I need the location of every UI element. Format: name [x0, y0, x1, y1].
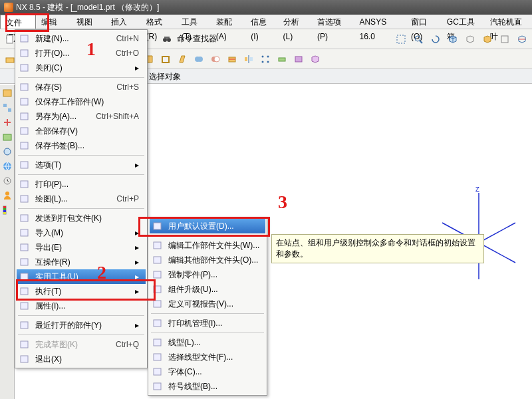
- svg-rect-74: [21, 356, 28, 362]
- menu-info[interactable]: 信息(I): [245, 15, 277, 29]
- tb-shaded-icon[interactable]: [480, 32, 495, 47]
- util-menu-item-8[interactable]: 打印机管理(I)...: [150, 316, 265, 331]
- file-menu-item-18[interactable]: 互操作(R)▸: [17, 255, 146, 269]
- menu-item-label: 退出(X): [35, 354, 62, 365]
- file-menu-item-19[interactable]: 实用工具(U)▸: [17, 269, 146, 284]
- svg-rect-64: [21, 196, 28, 202]
- util-menu-item-2[interactable]: 编辑工作部件文件头(W)...: [150, 238, 265, 253]
- sb-assembly-icon[interactable]: [2, 102, 13, 113]
- tb-wireframe-icon[interactable]: [463, 32, 477, 47]
- menu-item-label: 保存书签(B)...: [35, 140, 84, 152]
- menu-file[interactable]: 文件(F): [0, 15, 36, 29]
- menu-item-label: 编辑工作部件文件头(W)...: [168, 240, 259, 251]
- file-menu-item-0[interactable]: 新建(N)...Ctrl+N: [17, 31, 146, 46]
- menu-window[interactable]: 窗口(O): [406, 15, 442, 29]
- tb-ortho-icon[interactable]: [497, 32, 512, 47]
- file-menu-item-21[interactable]: 属性(I)...: [17, 299, 146, 313]
- menu-item-shortcut: Ctrl+Q: [100, 340, 139, 349]
- svg-rect-26: [245, 57, 247, 61]
- tb-pattern-icon[interactable]: [258, 52, 273, 66]
- menu-tooltip: 在站点、组和用户级别控制众多命令和对话框的初始设置和参数。: [271, 234, 484, 263]
- sb-history-icon[interactable]: [2, 176, 13, 186]
- tb-shell-icon[interactable]: [158, 52, 173, 66]
- tb-zoom-icon[interactable]: [411, 32, 426, 47]
- menu-analysis[interactable]: 分析(L): [278, 15, 312, 29]
- menu-item-label: 编辑其他部件文件头(O)...: [168, 255, 258, 266]
- menu-item-icon: [19, 339, 30, 350]
- tb-trim-icon[interactable]: [225, 52, 239, 66]
- util-menu-item-6[interactable]: 定义可视报告(V)...: [150, 297, 265, 311]
- sb-roles-icon[interactable]: [2, 190, 13, 201]
- menu-turbine[interactable]: 汽轮机直叶: [485, 15, 532, 29]
- tb-thicken-icon[interactable]: [275, 52, 289, 66]
- util-menu-item-10[interactable]: 线型(L)...: [150, 335, 265, 350]
- menu-item-label: 另存为(A)...: [35, 111, 76, 122]
- svg-rect-45: [3, 210, 6, 212]
- menu-item-label: 符号线型(B)...: [168, 381, 217, 392]
- tb-fit-icon[interactable]: [394, 32, 408, 47]
- tb-rotate-icon[interactable]: [428, 32, 443, 47]
- sb-part-navigator-icon[interactable]: [2, 88, 13, 98]
- file-menu-item-13[interactable]: 绘图(L)...Ctrl+P: [17, 192, 146, 206]
- file-menu-item-6[interactable]: 另存为(A)...Ctrl+Shift+A: [17, 109, 146, 124]
- file-menu-item-5[interactable]: 仅保存工作部件(W): [17, 94, 146, 109]
- svg-rect-37: [3, 134, 11, 140]
- tb-mirror-icon[interactable]: [241, 52, 256, 66]
- file-menu-item-8[interactable]: 保存书签(B)...: [17, 138, 146, 153]
- submenu-arrow-icon: ▸: [119, 321, 139, 330]
- tb-cube-icon[interactable]: [446, 32, 460, 47]
- svg-rect-46: [3, 212, 6, 214]
- menu-format[interactable]: 格式(R): [141, 15, 176, 29]
- util-menu-item-11[interactable]: 选择线型文件(F)...: [150, 350, 265, 364]
- file-menu-item-12[interactable]: 打印(P)...: [17, 177, 146, 192]
- svg-rect-72: [21, 322, 28, 329]
- file-menu-item-1[interactable]: 打开(O)...Ctrl+O: [17, 46, 146, 61]
- tb-more2-icon[interactable]: [308, 52, 323, 66]
- sb-constraint-icon[interactable]: [2, 117, 13, 128]
- resource-bar: [0, 85, 15, 399]
- file-menu-item-26[interactable]: 退出(X): [17, 352, 146, 366]
- util-menu-item-13[interactable]: 符号线型(B)...: [150, 379, 265, 394]
- tb-more1-icon[interactable]: [291, 52, 306, 66]
- file-menu-item-25: 完成草图(K)Ctrl+Q: [17, 337, 146, 352]
- sb-palette-icon[interactable]: [2, 205, 13, 215]
- file-menu-item-16[interactable]: 导入(M)▸: [17, 225, 146, 240]
- util-menu-item-5[interactable]: 组件升级(U)...: [150, 282, 265, 297]
- file-menu-item-23[interactable]: 最近打开的部件(Y)▸: [17, 318, 146, 332]
- menu-assembly[interactable]: 装配(A): [211, 15, 246, 29]
- file-menu-item-20[interactable]: 执行(T)▸: [17, 284, 146, 299]
- menu-prefs[interactable]: 首选项(P): [312, 15, 354, 29]
- menu-item-icon: [19, 82, 30, 92]
- menu-view[interactable]: 视图(V): [71, 15, 106, 29]
- sb-browser-icon[interactable]: [2, 161, 13, 172]
- tb-clip-icon[interactable]: [515, 32, 529, 47]
- menu-tools[interactable]: 工具(T): [176, 15, 211, 29]
- menu-ansys[interactable]: ANSYS 16.0: [354, 15, 406, 29]
- tb-binoculars-icon[interactable]: [160, 32, 174, 47]
- file-menu-item-15[interactable]: 发送到打包文件(K): [17, 211, 146, 225]
- menu-item-label: 导入(M): [35, 227, 63, 239]
- tb-subtract-icon[interactable]: [208, 52, 223, 66]
- command-finder-label[interactable]: 命令查找器: [177, 33, 217, 45]
- util-menu-item-4[interactable]: 强制零件(P)...: [150, 267, 265, 282]
- util-menu-item-3[interactable]: 编辑其他部件文件头(O)...: [150, 253, 265, 267]
- menu-item-icon: [152, 366, 163, 377]
- file-menu-item-10[interactable]: 选项(T)▸: [17, 158, 146, 172]
- util-menu-item-12[interactable]: 字体(C)...: [150, 364, 265, 379]
- file-menu-item-2[interactable]: 关闭(C)▸: [17, 61, 146, 75]
- menu-item-label: 完成草图(K): [35, 339, 78, 350]
- svg-point-31: [267, 61, 269, 63]
- tb-draft-icon[interactable]: [175, 52, 190, 66]
- tb-unite-icon[interactable]: [192, 52, 206, 66]
- util-menu-item-0[interactable]: 用户默认设置(D)...: [150, 219, 265, 233]
- menu-edit[interactable]: 编辑(E): [36, 15, 71, 29]
- svg-rect-71: [21, 303, 28, 309]
- sb-reuse-icon[interactable]: [2, 132, 13, 142]
- menu-insert[interactable]: 插入(S): [106, 15, 141, 29]
- menu-item-icon: [19, 179, 30, 190]
- file-menu-item-4[interactable]: 保存(S)Ctrl+S: [17, 80, 146, 94]
- file-menu-item-17[interactable]: 导出(E)▸: [17, 240, 146, 255]
- sb-hd3d-icon[interactable]: [2, 146, 13, 157]
- menu-gctoolbox[interactable]: GC工具箱: [442, 15, 485, 29]
- file-menu-item-7[interactable]: 全部保存(V): [17, 124, 146, 138]
